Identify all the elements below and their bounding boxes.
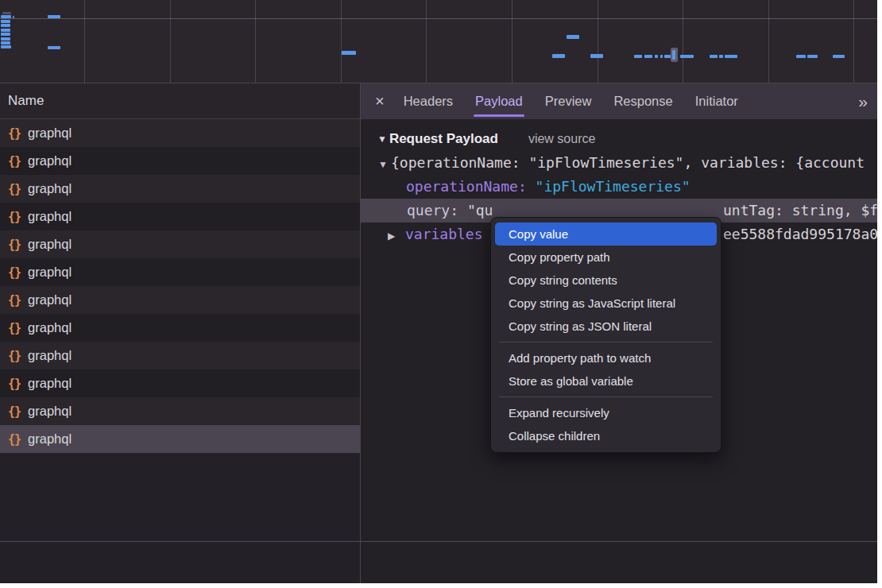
overview-gridline bbox=[598, 0, 598, 83]
json-braces-icon: {} bbox=[8, 432, 21, 447]
query-value-right-fragment: untTag: string, $f bbox=[723, 199, 877, 222]
menu-separator bbox=[499, 342, 713, 342]
tab-payload[interactable]: Payload bbox=[464, 83, 534, 119]
request-row[interactable]: {}graphql bbox=[0, 230, 360, 258]
menu-item-copy-property-path[interactable]: Copy property path bbox=[495, 246, 717, 269]
menu-item-expand-recursively[interactable]: Expand recursively bbox=[495, 401, 717, 424]
more-tabs-icon[interactable]: » bbox=[858, 92, 866, 111]
request-payload-section-header[interactable]: ▼ Request Payload view source bbox=[361, 119, 877, 151]
json-braces-icon: {} bbox=[8, 265, 21, 280]
request-row[interactable]: {}graphql bbox=[0, 369, 360, 397]
section-expand-triangle-icon[interactable]: ▼ bbox=[377, 133, 387, 145]
overview-request-bar bbox=[48, 46, 60, 49]
overview-request-bar bbox=[1, 45, 11, 48]
request-row[interactable]: {}graphql bbox=[0, 397, 360, 425]
request-payload-title: Request Payload bbox=[389, 131, 498, 147]
overview-request-bar bbox=[664, 55, 671, 58]
close-icon[interactable]: × bbox=[375, 92, 385, 110]
overview-request-bar bbox=[1, 37, 10, 41]
marker-tick bbox=[672, 50, 675, 60]
request-name-label: graphql bbox=[28, 153, 72, 168]
payload-root-row[interactable]: ▼{operationName: "ipFlowTimeseries", var… bbox=[361, 151, 877, 175]
overview-request-bar bbox=[719, 55, 723, 58]
json-braces-icon: {} bbox=[8, 404, 21, 419]
request-name-label: graphql bbox=[28, 404, 72, 419]
json-braces-icon: {} bbox=[8, 210, 21, 224]
request-name-label: graphql bbox=[28, 292, 72, 308]
devtools-network-panel: Name {}graphql{}graphql{}graphql{}graphq… bbox=[0, 0, 877, 583]
request-name-label: graphql bbox=[28, 126, 72, 141]
request-name-label: graphql bbox=[28, 376, 72, 391]
overview-request-bar bbox=[342, 51, 356, 55]
request-list: {}graphql{}graphql{}graphql{}graphql{}gr… bbox=[0, 119, 360, 453]
collapsed-triangle-icon[interactable]: ▶ bbox=[388, 224, 405, 246]
overview-request-bar bbox=[710, 55, 718, 58]
overview-gridline bbox=[853, 0, 854, 83]
request-name-label: graphql bbox=[28, 237, 72, 252]
menu-item-copy-string-as-json-literal[interactable]: Copy string as JSON literal bbox=[495, 315, 717, 338]
view-source-link[interactable]: view source bbox=[528, 132, 595, 146]
tab-headers[interactable]: Headers bbox=[393, 83, 464, 119]
query-key: query: bbox=[407, 202, 458, 219]
overview-gridline bbox=[768, 0, 769, 83]
json-braces-icon: {} bbox=[8, 321, 21, 335]
request-name-label: graphql bbox=[28, 431, 72, 447]
menu-item-copy-string-as-javascript-literal[interactable]: Copy string as JavaScript literal bbox=[495, 292, 717, 315]
overview-request-bar bbox=[1, 33, 10, 36]
request-row[interactable]: {}graphql bbox=[0, 175, 360, 203]
menu-item-store-as-global-variable[interactable]: Store as global variable bbox=[495, 369, 717, 393]
overview-request-bar bbox=[1, 20, 10, 23]
overview-request-bar bbox=[833, 55, 845, 58]
overview-gridline bbox=[170, 0, 171, 83]
overview-request-bar bbox=[725, 55, 737, 58]
overview-request-bar bbox=[1, 41, 10, 44]
menu-item-copy-value[interactable]: Copy value bbox=[495, 222, 717, 246]
tab-response[interactable]: Response bbox=[602, 83, 683, 119]
json-braces-icon: {} bbox=[8, 182, 21, 196]
overview-request-bar bbox=[1, 29, 10, 32]
request-name-label: graphql bbox=[28, 209, 72, 224]
overview-request-bar bbox=[552, 54, 565, 58]
payload-summary-text: {operationName: "ipFlowTimeseries", vari… bbox=[391, 154, 865, 171]
menu-item-add-property-path-to-watch[interactable]: Add property path to watch bbox=[495, 346, 717, 369]
menu-separator bbox=[499, 397, 713, 397]
request-row[interactable]: {}graphql bbox=[0, 425, 360, 453]
request-name-label: graphql bbox=[28, 348, 72, 363]
overview-request-bar bbox=[634, 55, 642, 58]
overview-gridline bbox=[512, 0, 513, 83]
variables-key: variables bbox=[405, 226, 483, 242]
request-row[interactable]: {}graphql bbox=[0, 119, 360, 147]
menu-item-copy-string-contents[interactable]: Copy string contents bbox=[495, 269, 717, 292]
tab-initiator[interactable]: Initiator bbox=[684, 83, 749, 119]
json-braces-icon: {} bbox=[8, 126, 21, 141]
request-name-label: graphql bbox=[28, 181, 72, 196]
overview-gridline bbox=[84, 0, 85, 83]
json-braces-icon: {} bbox=[8, 293, 21, 308]
overview-request-bar bbox=[660, 55, 663, 58]
request-row[interactable]: {}graphql bbox=[0, 314, 360, 342]
operation-name-row[interactable]: operationName: "ipFlowTimeseries" bbox=[361, 175, 877, 199]
overview-horizontal-gridline bbox=[0, 18, 877, 19]
expand-triangle-icon[interactable]: ▼ bbox=[378, 153, 391, 175]
overview-gridline bbox=[426, 0, 427, 83]
request-row[interactable]: {}graphql bbox=[0, 258, 360, 286]
overview-request-bar bbox=[13, 16, 14, 18]
json-braces-icon: {} bbox=[8, 377, 21, 391]
overview-request-bar bbox=[796, 55, 806, 58]
overview-request-bar bbox=[1, 15, 11, 18]
overview-selected-request-marker bbox=[671, 48, 678, 62]
request-row[interactable]: {}graphql bbox=[0, 147, 360, 175]
overview-request-bar bbox=[807, 55, 818, 58]
column-header-name[interactable]: Name bbox=[0, 83, 360, 119]
tab-preview[interactable]: Preview bbox=[534, 83, 603, 119]
request-row[interactable]: {}graphql bbox=[0, 342, 360, 369]
overview-gridline bbox=[255, 0, 256, 83]
request-name-label: graphql bbox=[28, 320, 72, 335]
request-row[interactable]: {}graphql bbox=[0, 286, 360, 314]
overview-request-bar bbox=[644, 55, 652, 58]
details-tabbar: × HeadersPayloadPreviewResponseInitiator… bbox=[361, 83, 877, 119]
request-row[interactable]: {}graphql bbox=[0, 203, 360, 230]
column-header-label: Name bbox=[8, 93, 44, 108]
menu-item-collapse-children[interactable]: Collapse children bbox=[495, 424, 717, 447]
network-overview-timeline[interactable] bbox=[0, 0, 877, 83]
